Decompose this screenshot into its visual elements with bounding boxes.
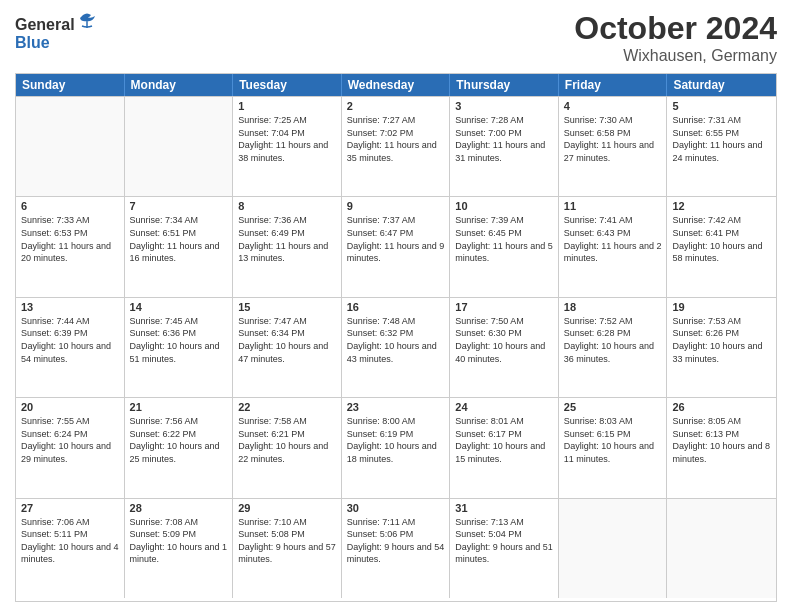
day-number: 31 (455, 502, 553, 514)
day-number: 30 (347, 502, 445, 514)
calendar: Sunday Monday Tuesday Wednesday Thursday… (15, 73, 777, 602)
day-info: Sunrise: 7:25 AM Sunset: 7:04 PM Dayligh… (238, 114, 336, 164)
day-number: 2 (347, 100, 445, 112)
day-info: Sunrise: 7:28 AM Sunset: 7:00 PM Dayligh… (455, 114, 553, 164)
svg-text:General: General (15, 16, 75, 33)
location-title: Wixhausen, Germany (574, 47, 777, 65)
calendar-week-3: 13Sunrise: 7:44 AM Sunset: 6:39 PM Dayli… (16, 297, 776, 397)
header: General Blue October 2024 Wixhausen, Ger… (15, 10, 777, 65)
calendar-cell: 4Sunrise: 7:30 AM Sunset: 6:58 PM Daylig… (559, 97, 668, 196)
month-title: October 2024 (574, 10, 777, 47)
calendar-cell (125, 97, 234, 196)
calendar-cell: 10Sunrise: 7:39 AM Sunset: 6:45 PM Dayli… (450, 197, 559, 296)
day-info: Sunrise: 7:34 AM Sunset: 6:51 PM Dayligh… (130, 214, 228, 264)
day-number: 7 (130, 200, 228, 212)
calendar-week-5: 27Sunrise: 7:06 AM Sunset: 5:11 PM Dayli… (16, 498, 776, 598)
calendar-cell: 15Sunrise: 7:47 AM Sunset: 6:34 PM Dayli… (233, 298, 342, 397)
calendar-cell: 9Sunrise: 7:37 AM Sunset: 6:47 PM Daylig… (342, 197, 451, 296)
day-info: Sunrise: 7:52 AM Sunset: 6:28 PM Dayligh… (564, 315, 662, 365)
day-number: 14 (130, 301, 228, 313)
day-info: Sunrise: 8:01 AM Sunset: 6:17 PM Dayligh… (455, 415, 553, 465)
day-info: Sunrise: 8:05 AM Sunset: 6:13 PM Dayligh… (672, 415, 771, 465)
day-info: Sunrise: 7:33 AM Sunset: 6:53 PM Dayligh… (21, 214, 119, 264)
logo: General Blue (15, 10, 105, 55)
day-info: Sunrise: 7:36 AM Sunset: 6:49 PM Dayligh… (238, 214, 336, 264)
svg-text:Blue: Blue (15, 34, 50, 51)
day-info: Sunrise: 7:39 AM Sunset: 6:45 PM Dayligh… (455, 214, 553, 264)
day-info: Sunrise: 7:42 AM Sunset: 6:41 PM Dayligh… (672, 214, 771, 264)
day-number: 22 (238, 401, 336, 413)
calendar-cell: 3Sunrise: 7:28 AM Sunset: 7:00 PM Daylig… (450, 97, 559, 196)
calendar-cell: 11Sunrise: 7:41 AM Sunset: 6:43 PM Dayli… (559, 197, 668, 296)
calendar-header: Sunday Monday Tuesday Wednesday Thursday… (16, 74, 776, 96)
calendar-cell: 26Sunrise: 8:05 AM Sunset: 6:13 PM Dayli… (667, 398, 776, 497)
day-number: 1 (238, 100, 336, 112)
day-number: 9 (347, 200, 445, 212)
day-number: 26 (672, 401, 771, 413)
calendar-cell: 7Sunrise: 7:34 AM Sunset: 6:51 PM Daylig… (125, 197, 234, 296)
header-sunday: Sunday (16, 74, 125, 96)
calendar-cell: 18Sunrise: 7:52 AM Sunset: 6:28 PM Dayli… (559, 298, 668, 397)
day-number: 27 (21, 502, 119, 514)
day-number: 3 (455, 100, 553, 112)
day-number: 29 (238, 502, 336, 514)
calendar-cell (559, 499, 668, 598)
calendar-cell: 21Sunrise: 7:56 AM Sunset: 6:22 PM Dayli… (125, 398, 234, 497)
calendar-week-1: 1Sunrise: 7:25 AM Sunset: 7:04 PM Daylig… (16, 96, 776, 196)
title-block: October 2024 Wixhausen, Germany (574, 10, 777, 65)
calendar-cell: 17Sunrise: 7:50 AM Sunset: 6:30 PM Dayli… (450, 298, 559, 397)
header-wednesday: Wednesday (342, 74, 451, 96)
day-number: 10 (455, 200, 553, 212)
calendar-cell: 6Sunrise: 7:33 AM Sunset: 6:53 PM Daylig… (16, 197, 125, 296)
day-info: Sunrise: 7:45 AM Sunset: 6:36 PM Dayligh… (130, 315, 228, 365)
day-number: 23 (347, 401, 445, 413)
day-info: Sunrise: 7:06 AM Sunset: 5:11 PM Dayligh… (21, 516, 119, 566)
header-saturday: Saturday (667, 74, 776, 96)
calendar-week-2: 6Sunrise: 7:33 AM Sunset: 6:53 PM Daylig… (16, 196, 776, 296)
calendar-cell: 28Sunrise: 7:08 AM Sunset: 5:09 PM Dayli… (125, 499, 234, 598)
header-thursday: Thursday (450, 74, 559, 96)
day-number: 21 (130, 401, 228, 413)
day-info: Sunrise: 7:11 AM Sunset: 5:06 PM Dayligh… (347, 516, 445, 566)
calendar-cell: 5Sunrise: 7:31 AM Sunset: 6:55 PM Daylig… (667, 97, 776, 196)
calendar-cell: 19Sunrise: 7:53 AM Sunset: 6:26 PM Dayli… (667, 298, 776, 397)
day-info: Sunrise: 7:56 AM Sunset: 6:22 PM Dayligh… (130, 415, 228, 465)
day-info: Sunrise: 7:53 AM Sunset: 6:26 PM Dayligh… (672, 315, 771, 365)
day-info: Sunrise: 7:31 AM Sunset: 6:55 PM Dayligh… (672, 114, 771, 164)
calendar-cell: 8Sunrise: 7:36 AM Sunset: 6:49 PM Daylig… (233, 197, 342, 296)
day-info: Sunrise: 7:48 AM Sunset: 6:32 PM Dayligh… (347, 315, 445, 365)
calendar-cell: 14Sunrise: 7:45 AM Sunset: 6:36 PM Dayli… (125, 298, 234, 397)
calendar-cell (667, 499, 776, 598)
day-number: 5 (672, 100, 771, 112)
day-info: Sunrise: 7:44 AM Sunset: 6:39 PM Dayligh… (21, 315, 119, 365)
day-info: Sunrise: 7:30 AM Sunset: 6:58 PM Dayligh… (564, 114, 662, 164)
calendar-cell: 30Sunrise: 7:11 AM Sunset: 5:06 PM Dayli… (342, 499, 451, 598)
header-tuesday: Tuesday (233, 74, 342, 96)
calendar-cell: 2Sunrise: 7:27 AM Sunset: 7:02 PM Daylig… (342, 97, 451, 196)
day-info: Sunrise: 7:55 AM Sunset: 6:24 PM Dayligh… (21, 415, 119, 465)
day-info: Sunrise: 7:27 AM Sunset: 7:02 PM Dayligh… (347, 114, 445, 164)
day-number: 25 (564, 401, 662, 413)
calendar-cell: 20Sunrise: 7:55 AM Sunset: 6:24 PM Dayli… (16, 398, 125, 497)
calendar-cell: 23Sunrise: 8:00 AM Sunset: 6:19 PM Dayli… (342, 398, 451, 497)
day-info: Sunrise: 7:50 AM Sunset: 6:30 PM Dayligh… (455, 315, 553, 365)
day-number: 4 (564, 100, 662, 112)
logo-svg: General Blue (15, 10, 105, 55)
calendar-cell: 29Sunrise: 7:10 AM Sunset: 5:08 PM Dayli… (233, 499, 342, 598)
day-info: Sunrise: 7:08 AM Sunset: 5:09 PM Dayligh… (130, 516, 228, 566)
day-info: Sunrise: 7:37 AM Sunset: 6:47 PM Dayligh… (347, 214, 445, 264)
calendar-cell: 16Sunrise: 7:48 AM Sunset: 6:32 PM Dayli… (342, 298, 451, 397)
calendar-body: 1Sunrise: 7:25 AM Sunset: 7:04 PM Daylig… (16, 96, 776, 598)
day-number: 19 (672, 301, 771, 313)
day-info: Sunrise: 8:03 AM Sunset: 6:15 PM Dayligh… (564, 415, 662, 465)
day-info: Sunrise: 8:00 AM Sunset: 6:19 PM Dayligh… (347, 415, 445, 465)
day-number: 24 (455, 401, 553, 413)
day-info: Sunrise: 7:58 AM Sunset: 6:21 PM Dayligh… (238, 415, 336, 465)
day-number: 15 (238, 301, 336, 313)
day-info: Sunrise: 7:47 AM Sunset: 6:34 PM Dayligh… (238, 315, 336, 365)
calendar-cell: 1Sunrise: 7:25 AM Sunset: 7:04 PM Daylig… (233, 97, 342, 196)
calendar-cell (16, 97, 125, 196)
day-number: 18 (564, 301, 662, 313)
day-number: 6 (21, 200, 119, 212)
day-number: 16 (347, 301, 445, 313)
